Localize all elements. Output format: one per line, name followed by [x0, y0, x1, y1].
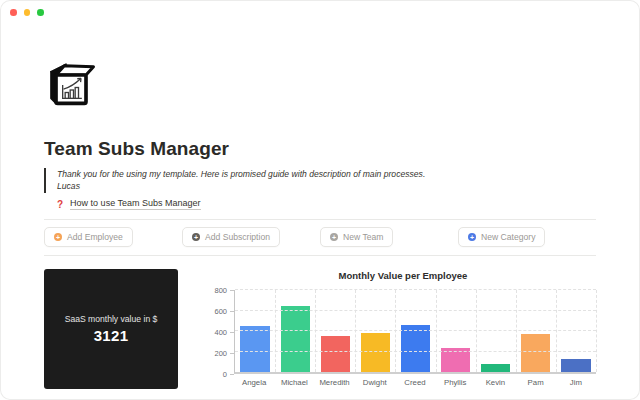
x-axis-label: Kevin — [475, 378, 515, 387]
bar-phyllis — [441, 348, 470, 372]
traffic-lights — [10, 9, 44, 16]
bar-dwight — [361, 333, 390, 372]
question-mark-icon: ? — [57, 199, 63, 210]
plus-circle-icon: + — [192, 233, 200, 241]
stat-card-value: 3121 — [94, 327, 129, 344]
y-axis-tick-label: 400 — [214, 328, 227, 337]
horizontal-gridline — [235, 289, 596, 290]
vertical-gridline — [516, 290, 517, 372]
vertical-gridline — [436, 290, 437, 372]
bar-creed — [401, 325, 430, 372]
new-team-label: New Team — [343, 232, 383, 242]
app-window: Team Subs Manager Thank you for the usin… — [0, 0, 640, 400]
new-category-label: New Category — [481, 232, 535, 242]
bar-cell — [395, 290, 435, 372]
bar-meredith — [321, 336, 350, 372]
add-subscription-label: Add Subscription — [205, 232, 270, 242]
vertical-gridline — [476, 290, 477, 372]
vertical-gridline — [275, 290, 276, 372]
bar-kevin — [481, 364, 510, 372]
new-category-button[interactable]: + New Category — [458, 227, 545, 247]
y-axis-tick-label: 800 — [214, 286, 227, 295]
add-employee-button[interactable]: + Add Employee — [44, 227, 133, 247]
new-team-button[interactable]: + New Team — [320, 227, 393, 247]
saas-monthly-value-card: SaaS monthly value in $ 3121 — [44, 269, 178, 389]
bar-angela — [240, 326, 269, 372]
y-axis-tick-label: 200 — [214, 349, 227, 358]
bar-cell — [436, 290, 476, 372]
x-axis-label: Jim — [556, 378, 596, 387]
bar-pam — [521, 334, 550, 372]
minimize-window-button[interactable] — [24, 9, 31, 16]
chart-y-axis: 0200400600800 — [210, 290, 234, 374]
chart-title: Monthly Value per Employee — [210, 270, 596, 281]
horizontal-gridline — [235, 330, 596, 331]
action-button-row: + Add Employee + Add Subscription + New … — [44, 220, 596, 255]
how-to-use-link-label: How to use Team Subs Manager — [70, 198, 200, 210]
vertical-gridline — [395, 290, 396, 372]
zoom-window-button[interactable] — [37, 9, 44, 16]
x-axis-label: Creed — [395, 378, 435, 387]
bar-cell — [355, 290, 395, 372]
add-employee-label: Add Employee — [67, 232, 123, 242]
cube-chart-logo-icon — [44, 60, 98, 110]
bar-cell — [476, 290, 516, 372]
y-axis-tick-label: 0 — [223, 370, 227, 379]
how-to-use-link[interactable]: ? How to use Team Subs Manager — [57, 198, 201, 210]
x-axis-label: Pam — [516, 378, 556, 387]
bar-cell — [315, 290, 355, 372]
x-axis-label: Angela — [234, 378, 274, 387]
vertical-gridline — [315, 290, 316, 372]
quote-line-1: Thank you for the using my template. Her… — [57, 169, 596, 181]
horizontal-gridline — [235, 351, 596, 352]
chart-plot — [234, 290, 596, 374]
x-axis-label: Meredith — [314, 378, 354, 387]
page-title: Team Subs Manager — [44, 138, 596, 160]
stat-card-label: SaaS monthly value in $ — [65, 314, 158, 324]
monthly-value-chart: Monthly Value per Employee 0200400600800… — [210, 269, 596, 389]
bar-cell — [235, 290, 275, 372]
bar-jim — [561, 359, 590, 372]
quote-line-2: Lucas — [57, 181, 596, 193]
bar-cell — [275, 290, 315, 372]
chart-bars — [235, 290, 596, 372]
x-axis-label: Phyllis — [435, 378, 475, 387]
plus-circle-icon: + — [54, 233, 62, 241]
x-axis-label: Michael — [274, 378, 314, 387]
bar-cell — [556, 290, 596, 372]
bar-michael — [281, 306, 310, 372]
x-axis-label: Dwight — [355, 378, 395, 387]
horizontal-gridline — [235, 310, 596, 311]
plus-circle-icon: + — [468, 233, 476, 241]
chart-x-axis-labels: AngelaMichaelMeredithDwightCreedPhyllisK… — [234, 378, 596, 387]
vertical-gridline — [556, 290, 557, 372]
vertical-gridline — [596, 290, 597, 372]
welcome-quote: Thank you for the using my template. Her… — [44, 168, 596, 193]
add-subscription-button[interactable]: + Add Subscription — [182, 227, 280, 247]
divider — [44, 255, 596, 256]
vertical-gridline — [355, 290, 356, 372]
plus-circle-icon: + — [330, 233, 338, 241]
bar-cell — [516, 290, 556, 372]
y-axis-tick-label: 600 — [214, 307, 227, 316]
close-window-button[interactable] — [10, 9, 17, 16]
